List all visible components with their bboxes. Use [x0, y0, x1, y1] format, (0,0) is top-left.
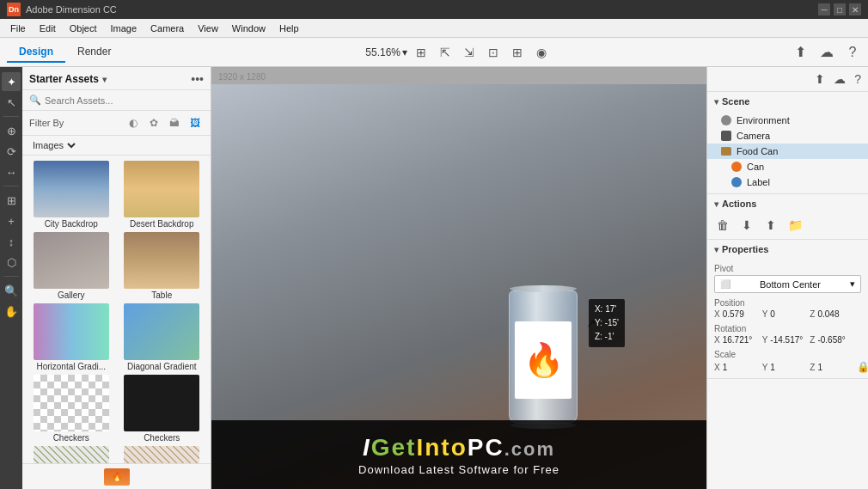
- filter-bar: Filter By ◐ ✿ 🏔 🖼: [22, 111, 211, 136]
- tool-move[interactable]: ↔: [2, 162, 21, 181]
- info-icon[interactable]: ◉: [533, 44, 550, 61]
- scale-z-axis: Z: [810, 363, 815, 372]
- watermark-sub: Download Latest Software for Free: [358, 463, 559, 476]
- viewport-size-label: 1920 x 1280: [218, 72, 266, 82]
- filter-landscape-icon[interactable]: 🏔: [166, 114, 183, 131]
- filter-sun-icon[interactable]: ✿: [145, 114, 162, 131]
- action-import-icon[interactable]: ⬇: [738, 217, 755, 234]
- asset-item-dashes1[interactable]: Dashes: [28, 446, 115, 463]
- action-delete-icon[interactable]: 🗑: [714, 217, 731, 234]
- export-icon-3[interactable]: ⊡: [485, 44, 502, 61]
- actions-section-header[interactable]: ▾ Actions: [707, 194, 868, 213]
- asset-thumb-hgrad: [34, 303, 109, 360]
- actions-section: ▾ Actions 🗑 ⬇ ⬆ 📁: [707, 194, 868, 240]
- search-input[interactable]: [45, 95, 204, 106]
- menu-camera[interactable]: Camera: [144, 21, 191, 35]
- properties-chevron-icon: ▾: [714, 245, 718, 254]
- asset-item-hgrad[interactable]: Horizontal Gradi...: [28, 303, 115, 371]
- asset-label-hgrad: Horizontal Gradi...: [36, 362, 106, 371]
- tool-rotate[interactable]: ⟳: [2, 142, 21, 161]
- tab-render[interactable]: Render: [65, 42, 123, 63]
- rotation-z-value[interactable]: -0.658°: [817, 335, 850, 345]
- asset-label-city: City Backdrop: [45, 219, 98, 229]
- rotation-y-value[interactable]: -14.517°: [770, 335, 803, 345]
- menu-window[interactable]: Window: [225, 21, 272, 35]
- menu-edit[interactable]: Edit: [33, 21, 63, 35]
- menu-image[interactable]: Image: [104, 21, 144, 35]
- tool-grid[interactable]: ⊞: [2, 191, 21, 210]
- position-z-value[interactable]: 0.048: [817, 309, 850, 319]
- maximize-button[interactable]: □: [834, 3, 846, 15]
- asset-item-check2[interactable]: Checkers: [119, 375, 206, 443]
- scene-item-food-can[interactable]: Food Can: [707, 144, 868, 159]
- category-select[interactable]: Images: [29, 139, 78, 151]
- pivot-value: Bottom Center: [760, 279, 821, 290]
- position-x-value[interactable]: 0.579: [723, 309, 755, 319]
- pivot-group: Pivot ⬜ Bottom Center ▾: [714, 264, 861, 293]
- scene-item-environment[interactable]: Environment: [707, 113, 868, 128]
- panel-icon-2[interactable]: ☁: [834, 72, 846, 86]
- toolbar: Design Render 55.16% ▾ ⊞ ⇱ ⇲ ⊡ ⊞ ◉ ⬆ ☁ ?: [0, 38, 868, 67]
- pivot-dropdown[interactable]: ⬜ Bottom Center ▾: [714, 275, 861, 293]
- tool-plus[interactable]: +: [2, 211, 21, 230]
- scale-lock-icon[interactable]: 🔒: [857, 361, 868, 373]
- title-bar: Dn Adobe Dimension CC ─ □ ✕: [0, 0, 868, 19]
- asset-item-table[interactable]: Table: [119, 232, 206, 300]
- help-icon[interactable]: ?: [844, 44, 861, 61]
- export-icon-2[interactable]: ⇲: [461, 44, 478, 61]
- asset-label-check1: Checkers: [53, 433, 89, 443]
- tool-resize[interactable]: ↕: [2, 232, 21, 251]
- assets-menu-button[interactable]: •••: [191, 72, 204, 86]
- tab-design[interactable]: Design: [7, 42, 65, 63]
- filter-circle-icon[interactable]: ◐: [125, 114, 142, 131]
- title-bar-left: Dn Adobe Dimension CC: [7, 3, 117, 16]
- menu-object[interactable]: Object: [63, 21, 104, 35]
- grid-icon[interactable]: ⊞: [413, 44, 430, 61]
- scene-item-camera-label: Camera: [737, 131, 770, 141]
- properties-section-header[interactable]: ▾ Properties: [707, 240, 868, 259]
- scale-x-value[interactable]: 1: [723, 363, 755, 372]
- viewport-canvas[interactable]: 🔥 ↗ X: 17' Y: -15' Z: -1' IGetIntoPC.com: [211, 84, 706, 489]
- scene-item-can[interactable]: Can: [707, 159, 868, 174]
- tool-arrow[interactable]: ↖: [2, 93, 21, 112]
- scene-item-camera[interactable]: Camera: [707, 128, 868, 144]
- scale-z-value[interactable]: 1: [817, 363, 850, 372]
- assets-title[interactable]: Starter Assets ▾: [29, 73, 107, 85]
- export-icon-4[interactable]: ⊞: [509, 44, 526, 61]
- rotation-y-axis: Y: [762, 335, 768, 345]
- minimize-button[interactable]: ─: [818, 3, 830, 15]
- position-y-value[interactable]: 0: [770, 309, 803, 319]
- asset-item-gallery[interactable]: Gallery: [28, 232, 115, 300]
- asset-thumb-table: [124, 232, 199, 289]
- asset-item-dgrad[interactable]: Diagonal Gradient: [119, 303, 206, 371]
- tool-hex[interactable]: ⬡: [2, 253, 21, 272]
- asset-item-city[interactable]: City Backdrop: [28, 161, 115, 229]
- share-icon[interactable]: ⬆: [792, 44, 810, 61]
- menu-help[interactable]: Help: [272, 21, 306, 35]
- panel-icon-3[interactable]: ?: [854, 72, 861, 86]
- tool-zoom[interactable]: 🔍: [2, 281, 21, 300]
- tool-pan[interactable]: ✋: [2, 302, 21, 321]
- filter-image-icon[interactable]: 🖼: [186, 114, 204, 131]
- scale-x-field: X 1: [714, 361, 755, 373]
- panel-icon-1[interactable]: ⬆: [815, 72, 825, 86]
- asset-item-dashes2[interactable]: Dashes: [119, 446, 206, 463]
- export-icon-1[interactable]: ⇱: [437, 44, 454, 61]
- scene-item-label[interactable]: Label: [707, 174, 868, 190]
- scene-item-label-label: Label: [747, 177, 770, 187]
- rotation-x-field: X 16.721°: [714, 335, 755, 345]
- cloud-icon[interactable]: ☁: [818, 44, 835, 61]
- asset-item-desert[interactable]: Desert Backdrop: [119, 161, 206, 229]
- scale-y-value[interactable]: 1: [770, 363, 803, 372]
- menu-file[interactable]: File: [3, 21, 33, 35]
- tool-add[interactable]: ⊕: [2, 121, 21, 140]
- zoom-control[interactable]: 55.16% ▾: [365, 46, 407, 58]
- action-export-icon[interactable]: ⬆: [762, 217, 779, 234]
- menu-view[interactable]: View: [191, 21, 225, 35]
- asset-item-check1[interactable]: Checkers: [28, 375, 115, 443]
- scene-section-header[interactable]: ▾ Scene: [707, 92, 868, 111]
- close-button[interactable]: ✕: [849, 3, 861, 15]
- action-folder-icon[interactable]: 📁: [786, 217, 804, 234]
- tool-select[interactable]: ✦: [2, 72, 21, 91]
- rotation-x-value[interactable]: 16.721°: [723, 335, 755, 345]
